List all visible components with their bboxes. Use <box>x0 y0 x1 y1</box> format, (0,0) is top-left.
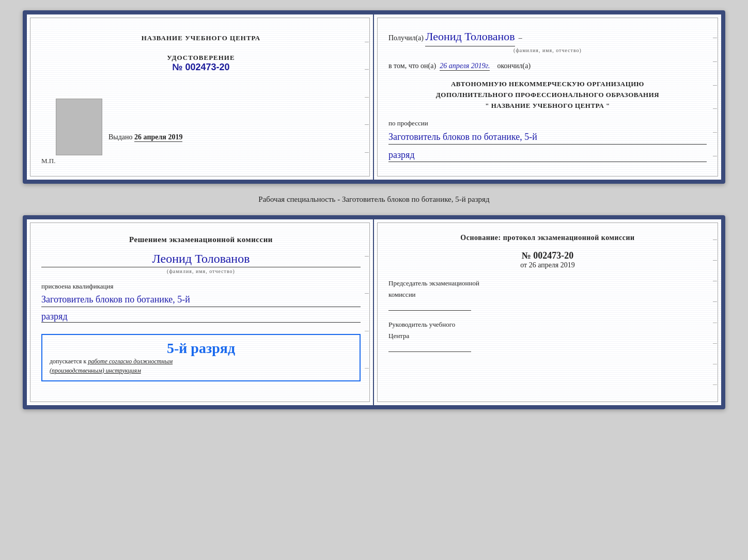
profession-block: по профессии Заготовитель блоков по бота… <box>388 119 707 162</box>
photo-area: Выдано 26 апреля 2019 <box>41 85 361 147</box>
training-center-title: НАЗВАНИЕ УЧЕБНОГО ЦЕНТРА <box>142 34 261 42</box>
basis-title: Основание: протокол экзаменационной коми… <box>388 234 707 242</box>
recipient-name: Леонид Толованов <box>425 29 515 46</box>
specialty-label: Рабочая специальность - Заготовитель бло… <box>258 193 489 206</box>
recipient-prefix: Получил(а) Леонид Толованов – <box>388 34 522 42</box>
org-block: АВТОНОМНУЮ НЕКОММЕРЧЕСКУЮ ОРГАНИЗАЦИЮ ДО… <box>388 79 707 111</box>
razryad: разряд <box>388 149 707 162</box>
stamp-admission-text2: (производственным) инструкциям <box>50 367 141 374</box>
profession-name: Заготовитель блоков по ботанике, 5-й <box>388 130 707 145</box>
stamp-rank: 5-й разряд <box>50 340 352 357</box>
bottom-recipient-block: Леонид Толованов (фамилия, имя, отчество… <box>41 252 361 274</box>
commission-title: Решением экзаменационной комиссии <box>41 234 361 246</box>
fio-subtitle: (фамилия, имя, отчество) <box>388 47 707 53</box>
cert-label: УДОСТОВЕРЕНИЕ <box>167 54 235 62</box>
top-document: НАЗВАНИЕ УЧЕБНОГО ЦЕНТРА УДОСТОВЕРЕНИЕ №… <box>23 10 725 184</box>
bottom-doc-left: Решением экзаменационной комиссии Леонид… <box>27 219 374 405</box>
issued-line: Выдано 26 апреля 2019 <box>108 133 182 141</box>
top-doc-left: НАЗВАНИЕ УЧЕБНОГО ЦЕНТРА УДОСТОВЕРЕНИЕ №… <box>27 14 374 180</box>
protocol-block: № 002473-20 от 26 апреля 2019 <box>388 250 707 269</box>
cert-block: УДОСТОВЕРЕНИЕ № 002473-20 <box>167 54 235 73</box>
bottom-document: Решением экзаменационной комиссии Леонид… <box>23 215 725 409</box>
completion-date: 26 апреля 2019г. <box>440 62 490 71</box>
mp-text: М.П. <box>41 157 55 165</box>
director-block: Руководитель учебного Центра <box>388 319 707 352</box>
qualification-block: присвоена квалификация Заготовитель блок… <box>41 282 361 323</box>
margin-marks <box>365 14 369 180</box>
stamp-admission-text: работе согласно должностным <box>88 358 173 365</box>
qualification-name: Заготовитель блоков по ботанике, 5-й <box>41 293 361 307</box>
bottom-recipient-name: Леонид Толованов <box>41 252 361 267</box>
director-sig-line <box>388 344 471 352</box>
recipient-block: Получил(а) Леонид Толованов – (фамилия, … <box>388 29 707 53</box>
protocol-date-line: от 26 апреля 2019 <box>388 261 707 269</box>
top-doc-right: Получил(а) Леонид Толованов – (фамилия, … <box>374 14 721 180</box>
stamp-box: 5-й разряд допускается к работе согласно… <box>41 334 361 381</box>
issued-date: 26 апреля 2019 <box>134 133 182 142</box>
protocol-date: 26 апреля 2019 <box>529 261 575 269</box>
photo-placeholder <box>56 99 102 155</box>
stamp-admission: допускается к работе согласно должностны… <box>50 357 352 375</box>
razryad-bottom: разряд <box>41 311 361 323</box>
bottom-left-margin-marks <box>365 219 369 405</box>
completion-block: в том, что он(а) 26 апреля 2019г. окончи… <box>388 60 707 72</box>
protocol-number: № 002473-20 <box>388 250 707 261</box>
bottom-right-margin-marks <box>713 219 717 405</box>
chairman-sig-line <box>388 302 471 311</box>
chairman-block: Председатель экзаменационной комиссии <box>388 278 707 311</box>
right-margin-marks <box>713 14 717 180</box>
bottom-doc-right: Основание: протокол экзаменационной коми… <box>374 219 721 405</box>
bottom-fio-subtitle: (фамилия, имя, отчество) <box>41 268 361 274</box>
cert-number: № 002473-20 <box>167 62 235 73</box>
